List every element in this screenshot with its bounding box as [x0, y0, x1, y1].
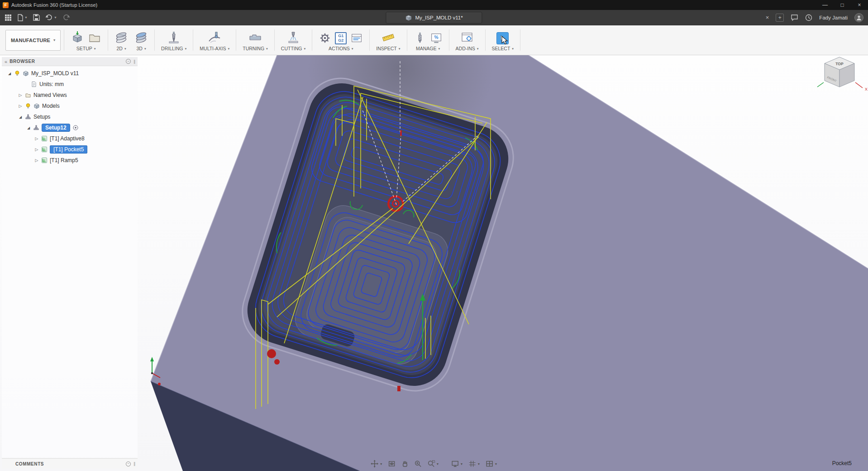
save-button[interactable]: [33, 14, 40, 21]
chevron-down-icon: ▼: [54, 16, 57, 19]
ribbon-item-multi-axis[interactable]: MULTI-AXIS▾: [196, 25, 233, 55]
machining-time-icon[interactable]: %: [430, 32, 443, 44]
chevron-down-icon: ▼: [24, 16, 28, 19]
new-folder-icon[interactable]: [88, 31, 101, 44]
maximize-button[interactable]: □: [834, 0, 851, 10]
part-body[interactable]: [151, 55, 868, 471]
viewcube-top-label[interactable]: TOP: [835, 62, 844, 66]
expand-toggle-icon[interactable]: ▷: [34, 147, 39, 152]
grid-snaps-button[interactable]: ▼: [467, 459, 482, 469]
view-cube[interactable]: TOP FRONT X: [817, 57, 868, 91]
ribbon-item-label: SETUP: [76, 46, 92, 51]
job-status-clock-icon[interactable]: [805, 14, 812, 21]
close-button[interactable]: ×: [851, 0, 868, 10]
user-name-label[interactable]: Fady Jamati: [819, 15, 848, 20]
ribbon-item-actions[interactable]: G1 G2 ACTIONS▾: [315, 25, 366, 55]
cutting-icon[interactable]: [286, 31, 300, 44]
chevron-down-icon: ▾: [228, 47, 229, 51]
panel-options-button[interactable]: −: [126, 59, 131, 64]
tree-item-label: Models: [42, 103, 60, 109]
chevron-down-icon: ▾: [53, 38, 55, 42]
tree-row-ramp5[interactable]: ▷ [T1] Ramp5: [2, 155, 138, 166]
ribbon-item-label: CUTTING: [281, 46, 302, 51]
undo-button[interactable]: ▼: [45, 14, 57, 21]
viewports-button[interactable]: ▼: [484, 459, 499, 469]
active-target-icon[interactable]: [72, 125, 79, 131]
fusion-window: TOP FRONT X F Autodesk Fusion 360 (Start…: [0, 0, 868, 471]
drilling-icon[interactable]: [167, 31, 181, 44]
ribbon-item-turning[interactable]: TURNING▾: [239, 25, 271, 55]
ribbon-item-2d[interactable]: 2D▾: [111, 25, 131, 55]
panel-collapse-icon[interactable]: «: [5, 59, 7, 64]
simulate-icon[interactable]: [350, 32, 363, 44]
look-at-button[interactable]: [386, 459, 397, 469]
orbit-button[interactable]: ▼: [369, 459, 384, 469]
chevron-down-icon: ▾: [512, 47, 514, 51]
expand-toggle-icon[interactable]: ▷: [34, 158, 39, 163]
tree-row-models[interactable]: ▷ Models: [2, 101, 138, 111]
tree-row-setups[interactable]: ◢ Setups: [2, 111, 138, 122]
ribbon-toolbar: MANUFACTURE ▾ SETUP▾ 2D▾ 3D▾: [0, 25, 868, 55]
comments-options-button[interactable]: −: [126, 461, 131, 466]
app-grid-icon[interactable]: [5, 14, 12, 21]
ribbon-item-add-ins[interactable]: ADD-INS▾: [453, 25, 482, 55]
ribbon-item-cutting[interactable]: CUTTING▾: [278, 25, 309, 55]
close-tab-button[interactable]: ×: [766, 14, 769, 21]
fusion-logo: F: [3, 2, 9, 8]
zoom-window-button[interactable]: ▼: [426, 459, 441, 469]
tool-library-icon[interactable]: [414, 32, 426, 44]
minimize-button[interactable]: —: [816, 0, 834, 10]
comments-grip-handle[interactable]: ||: [134, 461, 135, 466]
visibility-bulb-icon[interactable]: [14, 70, 20, 77]
expand-toggle-icon[interactable]: ▷: [34, 136, 39, 141]
ribbon-item-3d[interactable]: 3D▾: [131, 25, 151, 55]
nc-code-line2: G2: [338, 38, 343, 43]
measure-icon[interactable]: [382, 31, 395, 44]
new-setup-icon[interactable]: [71, 31, 84, 44]
expand-toggle-icon[interactable]: ◢: [26, 126, 31, 130]
ribbon-item-select[interactable]: SELECT▾: [489, 25, 517, 55]
tree-row-root-component[interactable]: ◢ My_ISP_MOLD v11: [2, 68, 138, 79]
panel-grip-handle[interactable]: ||: [134, 59, 135, 64]
ribbon-item-manage[interactable]: % MANAGE▾: [410, 25, 446, 55]
ribbon-item-setup[interactable]: SETUP▾: [67, 25, 105, 55]
user-avatar[interactable]: [854, 13, 863, 22]
select-tool-active[interactable]: [496, 32, 509, 44]
ribbon-separator: [108, 29, 108, 51]
nc-code-icon[interactable]: G1 G2: [335, 32, 347, 44]
scripts-addins-icon[interactable]: [460, 31, 474, 44]
display-settings-button[interactable]: ▼: [450, 459, 465, 469]
milling-2d-icon[interactable]: [114, 31, 128, 44]
turning-icon[interactable]: [248, 31, 262, 44]
chevron-down-icon: ▾: [94, 47, 96, 51]
document-tab[interactable]: My_ISP_MOLD v11*: [386, 12, 482, 24]
post-process-icon[interactable]: [319, 32, 331, 44]
zoom-button[interactable]: [413, 459, 424, 469]
tree-row-adaptive8[interactable]: ▷ [T1] Adaptive8: [2, 133, 138, 144]
expand-toggle-icon[interactable]: ◢: [7, 72, 12, 76]
ribbon-item-label: 2D: [117, 46, 123, 51]
visibility-bulb-icon[interactable]: [25, 103, 31, 109]
pan-button[interactable]: [400, 459, 410, 469]
comments-bubble-icon[interactable]: [791, 14, 798, 21]
multi-axis-icon[interactable]: [208, 31, 221, 44]
tree-row-setup12[interactable]: ◢ Setup12: [2, 122, 138, 133]
tree-row-units[interactable]: Units: mm: [2, 79, 138, 90]
selected-operation-label[interactable]: [T1] Pocket5: [50, 145, 87, 154]
expand-toggle-icon[interactable]: ▷: [18, 93, 23, 97]
tree-row-named-views[interactable]: ▷ Named Views: [2, 90, 138, 101]
file-menu-button[interactable]: ▼: [17, 14, 28, 21]
ribbon-item-drilling[interactable]: DRILLING▾: [158, 25, 190, 55]
ribbon-item-inspect[interactable]: INSPECT▾: [373, 25, 403, 55]
new-tab-button[interactable]: +: [776, 14, 784, 22]
workspace-switcher[interactable]: MANUFACTURE ▾: [5, 30, 61, 51]
tree-item-label: [T1] Adaptive8: [50, 135, 85, 142]
comments-panel[interactable]: COMMENTS − ||: [2, 458, 138, 469]
redo-button[interactable]: [62, 14, 70, 21]
active-setup-label[interactable]: Setup12: [42, 124, 70, 132]
expand-toggle-icon[interactable]: ◢: [18, 115, 23, 119]
milling-3d-icon[interactable]: [134, 31, 148, 44]
expand-toggle-icon[interactable]: ▷: [18, 104, 23, 108]
tree-row-pocket5[interactable]: ▷ [T1] Pocket5: [2, 144, 138, 155]
ribbon-separator: [369, 29, 370, 51]
